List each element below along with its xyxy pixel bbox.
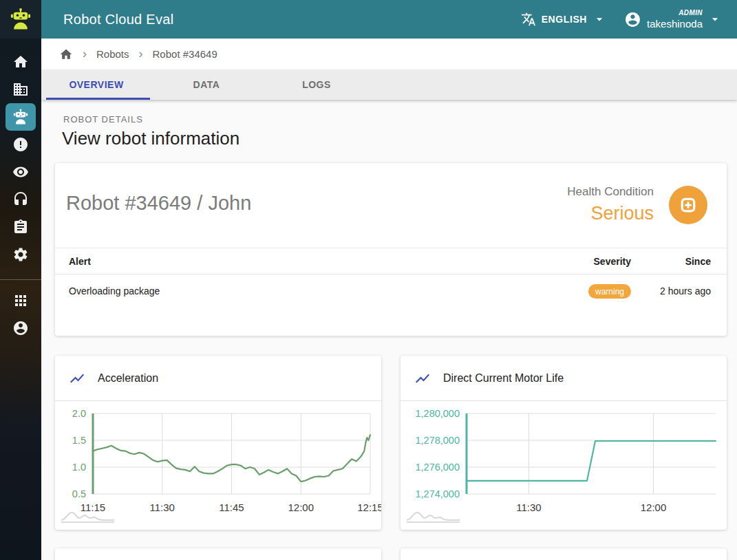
chevron-down-icon <box>592 12 606 26</box>
svg-text:12:15: 12:15 <box>357 502 381 513</box>
home-icon <box>12 54 29 70</box>
apps-grid-icon <box>12 292 29 309</box>
motor-life-chart-plot[interactable]: 1,274,0001,276,0001,278,0001,280,00011:3… <box>400 402 727 517</box>
breadcrumb-separator: › <box>83 47 87 60</box>
breadcrumb-separator: › <box>139 47 143 60</box>
svg-text:0.5: 0.5 <box>72 488 86 499</box>
sidebar-item-support[interactable] <box>6 186 36 213</box>
svg-text:12:00: 12:00 <box>288 502 314 513</box>
alerts-table: Alert Severity Since Overloading package… <box>55 248 727 308</box>
page-body: ROBOT DETAILS View robot information Rob… <box>41 100 737 560</box>
partial-card <box>55 548 381 560</box>
tab-logs[interactable]: LOGS <box>261 69 372 100</box>
robot-icon <box>12 108 30 126</box>
health-condition-value: Serious <box>590 203 654 224</box>
since-cell: 2 hours ago <box>631 286 711 297</box>
eye-icon <box>12 164 29 180</box>
sidebar-nav <box>0 39 41 560</box>
app-title: Robot Cloud Eval <box>63 12 173 28</box>
sidebar-item-apps[interactable] <box>6 287 36 314</box>
account-icon <box>12 320 29 336</box>
main-content: › Robots › Robot #34649 OVERVIEW DATA LO… <box>41 39 737 560</box>
breadcrumb: › Robots › Robot #34649 <box>41 39 737 69</box>
acceleration-chart-card: Acceleration 0.51.01.52.011:1511:3011:45… <box>55 356 381 530</box>
user-avatar-icon <box>624 11 641 28</box>
column-header-alert: Alert <box>69 256 548 267</box>
sidebar-item-home[interactable] <box>6 48 36 76</box>
robot-info-card: Robot #34649 / John Health Condition Ser… <box>55 163 727 336</box>
app-logo[interactable] <box>0 0 41 39</box>
sidebar-divider <box>0 279 41 280</box>
language-selector[interactable]: ENGLISH <box>521 12 606 27</box>
app-bar-main: Robot Cloud Eval ENGLISH ADMIN takeshino… <box>41 0 737 39</box>
robot-name: Robot #34649 / John <box>66 192 251 215</box>
alerts-table-header: Alert Severity Since <box>55 248 727 274</box>
tab-data[interactable]: DATA <box>151 69 261 100</box>
headset-icon <box>12 191 29 208</box>
tab-overview[interactable]: OVERVIEW <box>41 69 151 100</box>
svg-text:11:30: 11:30 <box>150 502 175 513</box>
motor-life-chart-card: Direct Current Motor Life 1,274,0001,276… <box>400 356 727 530</box>
health-condition-block: Health Condition Serious <box>567 185 707 224</box>
building-icon <box>12 81 29 98</box>
partial-card <box>400 548 727 560</box>
user-role-badge: ADMIN <box>679 10 703 17</box>
sidebar-item-facilities[interactable] <box>6 76 36 103</box>
health-condition-label: Health Condition <box>567 185 654 199</box>
health-status-circle <box>669 186 707 224</box>
table-row[interactable]: Overloading package warning 2 hours ago <box>55 274 727 308</box>
chevron-down-icon <box>708 12 722 26</box>
robot-logo-icon <box>8 7 33 32</box>
sidebar-item-settings[interactable] <box>6 241 36 268</box>
app-bar: Robot Cloud Eval ENGLISH ADMIN takeshino… <box>0 0 737 39</box>
sparkline-watermark-icon <box>61 509 116 526</box>
breadcrumb-current: Robot #34649 <box>153 48 217 60</box>
next-cards-row <box>55 548 727 560</box>
svg-text:11:45: 11:45 <box>219 502 244 513</box>
svg-text:12:00: 12:00 <box>641 502 667 513</box>
svg-text:1,274,000: 1,274,000 <box>415 488 460 499</box>
charts-row: Acceleration 0.51.01.52.011:1511:3011:45… <box>55 356 727 530</box>
page-title: View robot information <box>62 128 727 149</box>
svg-text:1,278,000: 1,278,000 <box>415 435 460 446</box>
line-chart-icon <box>69 370 85 387</box>
translate-icon <box>521 12 536 27</box>
user-name: takeshinoda <box>647 19 703 29</box>
svg-text:2.0: 2.0 <box>72 408 86 419</box>
page-eyebrow: ROBOT DETAILS <box>63 114 727 125</box>
sidebar-item-tasks[interactable] <box>6 213 36 241</box>
chart-title: Direct Current Motor Life <box>443 372 564 385</box>
severity-badge: warning <box>588 284 631 299</box>
tab-bar: OVERVIEW DATA LOGS <box>41 69 737 100</box>
column-header-severity: Severity <box>548 256 631 267</box>
acceleration-chart-plot[interactable]: 0.51.01.52.011:1511:3011:4512:0012:15 <box>55 402 381 517</box>
alert-cell: Overloading package <box>69 286 548 297</box>
chart-title: Acceleration <box>98 372 158 385</box>
sidebar-item-robots[interactable] <box>6 103 36 131</box>
sidebar-item-account[interactable] <box>6 314 36 342</box>
breadcrumb-home-icon[interactable] <box>59 47 73 61</box>
alert-icon <box>12 136 29 153</box>
svg-text:1.0: 1.0 <box>72 462 86 473</box>
clipboard-icon <box>12 219 29 235</box>
svg-text:1,276,000: 1,276,000 <box>415 462 460 473</box>
user-menu[interactable]: ADMIN takeshinoda <box>624 10 722 29</box>
sidebar-item-monitoring[interactable] <box>6 158 36 186</box>
sparkline-watermark-icon <box>406 509 461 526</box>
svg-text:11:30: 11:30 <box>516 502 541 513</box>
column-header-since: Since <box>631 256 711 267</box>
gear-icon <box>12 246 29 263</box>
sidebar-item-alerts[interactable] <box>6 131 36 158</box>
svg-text:1,280,000: 1,280,000 <box>415 408 460 419</box>
breadcrumb-robots[interactable]: Robots <box>96 48 129 60</box>
svg-text:1.5: 1.5 <box>72 435 86 446</box>
hospital-cross-icon <box>678 195 698 215</box>
line-chart-icon <box>414 370 431 387</box>
language-label: ENGLISH <box>542 14 587 25</box>
